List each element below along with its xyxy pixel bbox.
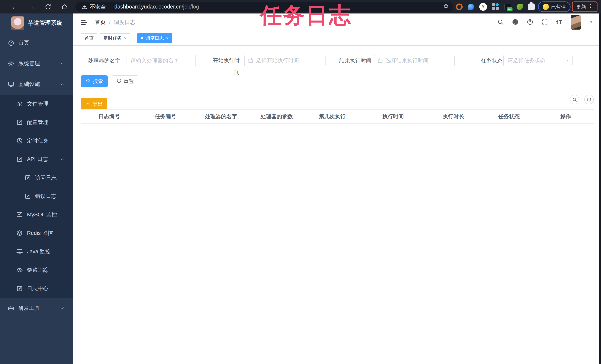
sidebar-item-label: API 日志 bbox=[27, 156, 48, 163]
sidebar-item-trace[interactable]: 链路追踪 bbox=[0, 261, 73, 279]
sidebar-item-config-management[interactable]: 配置管理 bbox=[0, 113, 73, 131]
job-status-label: 任务状态 bbox=[478, 55, 502, 66]
sidebar-item-log-center[interactable]: 日志中心 bbox=[0, 279, 73, 298]
sidebar-item-mysql-monitor[interactable]: MySQL 监控 bbox=[0, 205, 73, 224]
sidebar-item-api-log[interactable]: API 日志 bbox=[0, 150, 73, 169]
sidebar-item-label: MySQL 监控 bbox=[27, 211, 57, 218]
reset-button[interactable]: 重置 bbox=[112, 75, 138, 87]
url-path: /job/log bbox=[182, 4, 199, 10]
window-scrollbar[interactable] bbox=[599, 13, 601, 364]
refresh-icon bbox=[116, 78, 121, 85]
table-header-row: 日志编号 任务编号 处理器的名字 处理器的参数 第几次执行 执行时间 执行时长 … bbox=[81, 110, 594, 124]
column-header: 日志编号 bbox=[81, 110, 138, 123]
chevron-down-icon[interactable] bbox=[589, 20, 594, 25]
export-button[interactable]: 导出 bbox=[81, 98, 107, 110]
calendar-icon bbox=[377, 58, 383, 63]
reload-icon[interactable] bbox=[45, 3, 51, 10]
sidebar-item-error-log[interactable]: 错误日志 bbox=[0, 187, 73, 205]
url-host: dashboard.yudao.iocoder.cn bbox=[114, 4, 182, 10]
update-button[interactable]: 更新 bbox=[572, 1, 598, 12]
chevron-down-icon bbox=[60, 61, 65, 66]
insecure-warning-icon bbox=[82, 4, 87, 10]
help-icon[interactable] bbox=[527, 19, 533, 26]
log-icon bbox=[16, 156, 23, 162]
end-time-label: 结束执行时间 bbox=[337, 55, 371, 66]
sidebar-menu: 首页系统管理基础设施文件管理配置管理定时任务API 日志访问日志错误日志MySQ… bbox=[0, 32, 73, 319]
blocks-extension-icon[interactable] bbox=[492, 3, 499, 10]
column-header: 执行时间 bbox=[360, 110, 426, 123]
sidebar-item-java-monitor[interactable]: Java 监控 bbox=[0, 243, 73, 261]
avatar[interactable] bbox=[571, 15, 581, 30]
column-header: 处理器的参数 bbox=[249, 110, 304, 123]
menu-dots-icon[interactable] bbox=[588, 3, 593, 10]
breadcrumb-home[interactable]: 首页 bbox=[95, 19, 106, 26]
font-size-icon[interactable]: tT bbox=[556, 19, 562, 26]
desktop-icon bbox=[16, 248, 23, 255]
forward-icon[interactable]: → bbox=[28, 3, 35, 10]
sidebar-item-label: 基础设施 bbox=[19, 81, 40, 88]
sidebar-item-access-log[interactable]: 访问日志 bbox=[0, 169, 73, 187]
blue-drop-extension-icon[interactable] bbox=[468, 4, 474, 10]
sidebar-logo-row[interactable]: 芋道管理系统 bbox=[0, 13, 73, 32]
column-header: 执行时长 bbox=[426, 110, 481, 123]
toggle-search-button[interactable] bbox=[570, 95, 579, 104]
clock-icon bbox=[16, 137, 23, 144]
chevron-down-icon bbox=[564, 58, 569, 63]
browser-toolbar: ← → 不安全 dashboard.yudao.iocoder.cn /job/… bbox=[0, 0, 601, 13]
end-time-picker[interactable]: 选择结束执行时间 bbox=[374, 55, 455, 66]
sidebar-item-home[interactable]: 首页 bbox=[0, 32, 73, 53]
handler-name-input[interactable] bbox=[127, 55, 195, 66]
search-icon[interactable] bbox=[497, 19, 504, 26]
tab-home[interactable]: 首页 bbox=[81, 33, 97, 43]
sidebar-item-label: 首页 bbox=[19, 39, 29, 47]
sidebar-item-redis-monitor[interactable]: Redis 监控 bbox=[0, 224, 73, 243]
search-button[interactable]: 搜索 bbox=[81, 75, 108, 87]
monitor-icon bbox=[8, 81, 14, 88]
job-status-select[interactable]: 请选择任务状态 bbox=[503, 55, 572, 66]
log-icon bbox=[16, 285, 23, 292]
chevron-up-icon bbox=[60, 82, 65, 87]
on-badge-extension-icon[interactable]: on bbox=[504, 4, 511, 10]
fullscreen-icon[interactable] bbox=[541, 19, 548, 26]
start-time-label: 开始执行时间 bbox=[209, 55, 240, 66]
cloud-upload-icon bbox=[16, 101, 23, 107]
extensions-puzzle-icon[interactable] bbox=[528, 3, 535, 10]
paused-label: 已暂停 bbox=[551, 3, 566, 10]
sidebar-item-dev-tools[interactable]: 研发工具 bbox=[0, 298, 73, 319]
column-header: 第几次执行 bbox=[304, 110, 360, 123]
sidebar-item-scheduled-tasks[interactable]: 定时任务 bbox=[0, 131, 73, 150]
hamburger-icon[interactable] bbox=[80, 18, 88, 27]
tab-job-log[interactable]: 调度日志 × bbox=[137, 33, 172, 43]
active-dot-icon bbox=[141, 37, 143, 39]
github-icon[interactable] bbox=[512, 19, 519, 26]
paused-badge[interactable]: 已暂停 bbox=[538, 1, 571, 12]
close-icon[interactable]: × bbox=[124, 36, 127, 41]
bookmark-star-icon[interactable] bbox=[443, 3, 449, 10]
app-window: 芋道管理系统 首页系统管理基础设施文件管理配置管理定时任务API 日志访问日志错… bbox=[0, 13, 601, 364]
home-icon[interactable] bbox=[61, 3, 68, 10]
extension-icons: Y on bbox=[456, 0, 535, 13]
sidebar-item-system-management[interactable]: 系统管理 bbox=[0, 53, 73, 74]
back-icon[interactable]: ← bbox=[11, 3, 19, 10]
app-header: 首页 / 调度日志 tT bbox=[73, 13, 601, 31]
sidebar-item-infrastructure[interactable]: 基础设施 bbox=[0, 74, 73, 95]
tab-scheduled-tasks[interactable]: 定时任务 × bbox=[100, 33, 130, 43]
sidebar-item-label: 研发工具 bbox=[19, 304, 40, 312]
url-divider bbox=[110, 4, 110, 10]
breadcrumb-separator: / bbox=[109, 19, 110, 25]
green-y-extension-icon[interactable]: Y bbox=[479, 3, 487, 11]
adblock-extension-icon[interactable] bbox=[456, 3, 463, 10]
calendar-icon bbox=[248, 58, 253, 63]
sidebar-item-label: Java 监控 bbox=[27, 248, 50, 255]
sidebar-item-file-management[interactable]: 文件管理 bbox=[0, 95, 73, 113]
close-icon[interactable]: × bbox=[166, 36, 169, 41]
url-bar[interactable]: 不安全 dashboard.yudao.iocoder.cn /job/log bbox=[75, 2, 453, 12]
emoji-face-icon bbox=[543, 4, 549, 10]
page-content: 处理器的名字 开始执行时间 选择开始执行时间 结束执行时间 选择结束执行时间 任… bbox=[73, 46, 601, 364]
sprout-extension-icon[interactable] bbox=[517, 4, 523, 10]
start-time-picker[interactable]: 选择开始执行时间 bbox=[244, 55, 326, 66]
edit-icon bbox=[16, 119, 23, 126]
refresh-table-button[interactable] bbox=[584, 95, 594, 104]
column-header: 处理器的名字 bbox=[193, 110, 249, 123]
log-icon bbox=[24, 174, 31, 181]
